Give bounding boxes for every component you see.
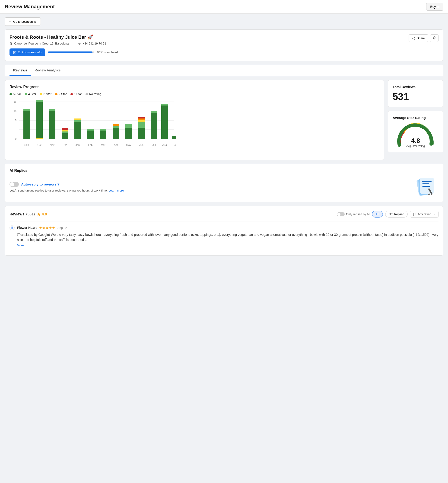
tab-reviews[interactable]: Reviews: [9, 65, 31, 76]
svg-rect-23: [62, 128, 68, 130]
gauge-wrap: 4.8 Avg. star rating: [393, 122, 439, 147]
location-icon: [9, 42, 13, 45]
total-reviews-card: Total Reviews 531: [388, 80, 443, 107]
gauge-svg: 4.8 Avg. star rating: [395, 122, 436, 147]
svg-rect-21: [62, 131, 68, 133]
comment-icon: [413, 213, 416, 216]
svg-rect-37: [113, 124, 119, 126]
progress-bar-bg: [48, 51, 94, 53]
svg-rect-22: [62, 130, 68, 131]
legend-4star: 4 Star: [25, 92, 36, 96]
review-more-link[interactable]: More: [17, 244, 439, 247]
svg-rect-29: [87, 131, 94, 139]
filter-all-button[interactable]: All: [372, 211, 383, 218]
review-text: (Translated by Google) We ate very tasty…: [17, 232, 439, 243]
back-to-location-list-button[interactable]: ← Go to Location list: [5, 17, 41, 26]
reviews-filters: Only replied by AI All Not Replied Any r…: [337, 211, 439, 218]
arrow-left-icon: ←: [8, 19, 12, 24]
legend-5star: 5 Star: [9, 92, 21, 96]
edit-icon: [13, 51, 16, 54]
svg-rect-25: [74, 122, 81, 139]
svg-text:Nov: Nov: [50, 144, 55, 146]
svg-text:10: 10: [14, 110, 16, 113]
share-button[interactable]: Share: [408, 34, 428, 42]
only-ai-label: Only replied by AI: [346, 213, 370, 216]
ai-replies-left: Auto-reply to reviews ▾ Let AI send uniq…: [9, 182, 124, 192]
review-progress-card: Review Progress 5 Star 4 Star 3 Star 2 S…: [5, 80, 384, 160]
filter-not-replied-button[interactable]: Not Replied: [385, 211, 408, 218]
total-reviews-label: Total Reviews: [393, 85, 439, 89]
reviews-title-text: Reviews: [9, 212, 24, 216]
legend-dot-norating: [86, 93, 88, 95]
edit-button-label: Edit business info: [18, 50, 41, 54]
legend-label-norating: No rating: [89, 92, 101, 96]
auto-reply-toggle[interactable]: [9, 182, 19, 187]
svg-rect-46: [138, 117, 145, 118]
ai-filter-knob: [337, 213, 340, 216]
buy-button[interactable]: Buy m: [426, 3, 443, 11]
auto-reply-desc-text: Let AI send unique replies to user revie…: [9, 189, 108, 192]
chart-legend: 5 Star 4 Star 3 Star 2 Star 1 Star: [9, 92, 379, 96]
svg-rect-10: [24, 111, 30, 139]
svg-rect-17: [49, 111, 55, 139]
svg-text:Jul: Jul: [152, 144, 156, 146]
ai-replies-section: AI Replies Auto-reply to reviews ▾ Let A…: [5, 164, 443, 202]
page-title: Review Management: [5, 4, 55, 10]
edit-business-button[interactable]: Edit business info: [9, 49, 45, 56]
tabs-container: Reviews Review Analytics: [5, 65, 443, 76]
svg-point-0: [11, 43, 12, 44]
reviews-avg-rating: 4.8: [42, 212, 47, 216]
svg-rect-62: [422, 183, 429, 184]
svg-text:Sep: Sep: [173, 144, 176, 146]
business-info: Froots & Roots - Healthy Juice Bar 🚀 Car…: [9, 34, 118, 56]
business-card: Froots & Roots - Healthy Juice Bar 🚀 Car…: [5, 29, 443, 61]
reviews-title: Reviews (531) 4.8: [9, 212, 47, 216]
google-icon: G: [9, 225, 15, 230]
svg-rect-54: [172, 136, 176, 139]
ai-illustration: [413, 176, 439, 197]
svg-rect-32: [100, 131, 106, 139]
svg-rect-48: [151, 113, 157, 139]
legend-dot-4star: [25, 93, 27, 95]
auto-reply-row: Auto-reply to reviews ▾: [9, 182, 124, 187]
business-name: Froots & Roots - Healthy Juice Bar 🚀: [9, 34, 118, 40]
svg-text:Avg. star rating: Avg. star rating: [406, 144, 425, 147]
svg-rect-26: [74, 120, 81, 122]
svg-text:Dec: Dec: [63, 144, 67, 146]
chart-title: Review Progress: [9, 85, 379, 89]
tabs-bar: Reviews Review Analytics: [5, 65, 443, 76]
rating-filter-dropdown[interactable]: Any rating: [410, 211, 439, 218]
auto-reply-title[interactable]: Auto-reply to reviews ▾: [21, 182, 59, 186]
phone-icon: [78, 42, 81, 45]
reviewer-stars: ★★★★★: [39, 226, 55, 230]
progress-label: 96% completed: [97, 50, 118, 54]
svg-text:May: May: [126, 144, 131, 146]
tab-review-analytics[interactable]: Review Analytics: [31, 65, 64, 76]
svg-rect-51: [161, 106, 168, 139]
svg-rect-45: [138, 118, 145, 120]
svg-rect-49: [151, 111, 157, 113]
ai-section-title: AI Replies: [9, 169, 439, 173]
svg-rect-42: [138, 128, 145, 139]
phone-text: +34 931 19 70 51: [83, 42, 106, 45]
legend-dot-1star: [71, 93, 73, 95]
review-item: G Flower Heart ★★★★★ Sep 02 (Translated …: [9, 221, 439, 251]
svg-rect-27: [74, 118, 81, 120]
ai-illustration-svg: [413, 176, 439, 197]
ai-filter-row: Only replied by AI: [337, 212, 370, 216]
ai-filter-toggle[interactable]: [337, 212, 345, 216]
learn-more-link[interactable]: Learn more: [108, 189, 124, 192]
svg-rect-14: [36, 100, 43, 102]
delete-button[interactable]: [430, 34, 439, 42]
legend-label-4star: 4 Star: [28, 92, 36, 96]
progress-row: Edit business info 96% completed: [9, 49, 118, 56]
svg-text:Jun: Jun: [139, 144, 144, 146]
svg-text:4.8: 4.8: [411, 137, 420, 144]
share-label: Share: [417, 36, 425, 40]
svg-text:Jan: Jan: [76, 144, 80, 146]
bar-chart-svg: 15 10 5 0 Sep Oct Nov: [9, 99, 176, 155]
avg-rating-card: Average Star Rating 4.8 Avg. star rating: [388, 111, 443, 152]
svg-text:Sep: Sep: [24, 144, 29, 146]
svg-text:Feb: Feb: [88, 144, 93, 146]
legend-label-3star: 3 Star: [43, 92, 51, 96]
